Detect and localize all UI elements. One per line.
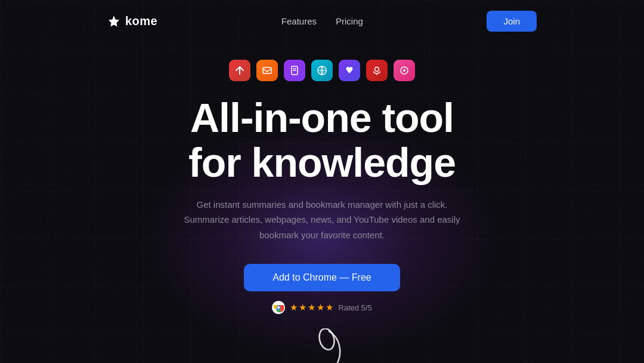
logo-icon — [107, 14, 120, 27]
svg-point-6 — [403, 69, 405, 72]
svg-rect-0 — [263, 67, 271, 73]
star-1: ★ — [290, 302, 298, 313]
app-icon-6 — [366, 60, 388, 81]
app-icon-2 — [256, 60, 278, 81]
app-icon-4 — [311, 60, 333, 81]
hero-section: All-in-one tool for knowledge Get instan… — [0, 42, 644, 363]
nav-link-features[interactable]: Features — [281, 16, 317, 26]
hero-subtitle: Get instant summaries and bookmark manag… — [179, 197, 465, 243]
rating-row: ★ ★ ★ ★ ★ Rated 5/5 — [272, 301, 371, 314]
rating-text: Rated 5/5 — [338, 303, 371, 312]
star-5: ★ — [326, 302, 333, 313]
app-icon-5 — [339, 60, 360, 81]
hero-title-line2: for knowledge — [188, 140, 456, 185]
nav-join-button[interactable]: Join — [487, 11, 537, 32]
app-icons-row — [229, 60, 415, 81]
star-2: ★ — [299, 302, 306, 313]
logo[interactable]: kome — [107, 14, 157, 28]
cta-button[interactable]: Add to Chrome — Free — [244, 264, 400, 291]
navbar: kome Features Pricing Join — [0, 0, 644, 42]
app-icon-1 — [229, 60, 250, 81]
app-icon-7 — [394, 60, 415, 81]
chrome-icon — [272, 301, 285, 314]
svg-point-11 — [317, 328, 336, 351]
nav-link-pricing[interactable]: Pricing — [336, 16, 363, 26]
svg-point-10 — [277, 306, 280, 309]
star-3: ★ — [308, 302, 315, 313]
nav-links: Features Pricing — [281, 16, 363, 26]
arrow-doodle — [292, 328, 352, 363]
arrow-doodle-container — [292, 328, 352, 363]
app-icon-3 — [284, 60, 305, 81]
stars-row: ★ ★ ★ ★ ★ — [290, 302, 333, 313]
star-4: ★ — [317, 302, 324, 313]
hero-title: All-in-one tool for knowledge — [188, 96, 456, 185]
logo-text: kome — [125, 14, 157, 28]
hero-title-line1: All-in-one tool — [190, 95, 454, 140]
svg-point-3 — [375, 67, 379, 72]
